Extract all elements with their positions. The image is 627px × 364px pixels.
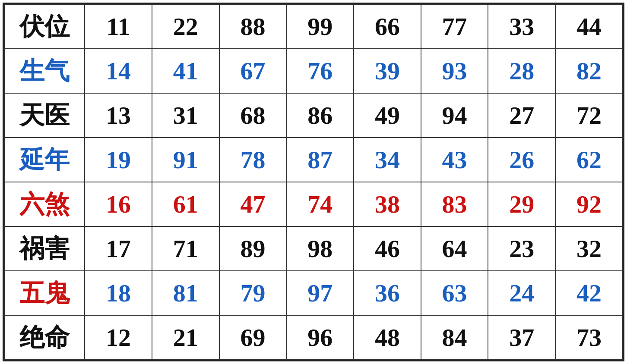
table-cell: 29 — [488, 182, 555, 226]
table-row: 生气1441677639932882 — [4, 49, 623, 93]
table-cell: 13 — [85, 93, 152, 138]
table-cell: 31 — [152, 93, 219, 138]
table-cell: 17 — [85, 226, 152, 271]
table-cell: 47 — [219, 182, 287, 226]
table-cell: 19 — [85, 138, 152, 182]
table-cell: 76 — [286, 49, 354, 93]
table-cell: 33 — [488, 4, 555, 49]
table-cell: 48 — [354, 315, 421, 360]
table-cell: 26 — [488, 138, 555, 182]
data-table: 伏位1122889966773344生气1441677639932882天医13… — [4, 4, 623, 360]
table-cell: 16 — [85, 182, 152, 226]
table-cell: 94 — [421, 93, 488, 138]
row-label: 伏位 — [4, 4, 85, 49]
table-row: 伏位1122889966773344 — [4, 4, 623, 49]
table-cell: 39 — [354, 49, 421, 93]
table-cell: 32 — [555, 226, 623, 271]
table-cell: 34 — [354, 138, 421, 182]
table-cell: 69 — [219, 315, 287, 360]
table-cell: 67 — [219, 49, 287, 93]
table-cell: 91 — [152, 138, 219, 182]
table-cell: 63 — [421, 271, 488, 315]
table-cell: 78 — [219, 138, 287, 182]
table-cell: 77 — [421, 4, 488, 49]
main-table-container: 伏位1122889966773344生气1441677639932882天医13… — [3, 3, 624, 361]
table-row: 天医1331688649942772 — [4, 93, 623, 138]
table-cell: 18 — [85, 271, 152, 315]
row-label: 天医 — [4, 93, 85, 138]
table-cell: 82 — [555, 49, 623, 93]
table-cell: 12 — [85, 315, 152, 360]
table-cell: 42 — [555, 271, 623, 315]
table-cell: 87 — [286, 138, 354, 182]
table-cell: 74 — [286, 182, 354, 226]
table-cell: 93 — [421, 49, 488, 93]
table-cell: 28 — [488, 49, 555, 93]
table-cell: 24 — [488, 271, 555, 315]
row-label: 生气 — [4, 49, 85, 93]
table-cell: 61 — [152, 182, 219, 226]
table-cell: 71 — [152, 226, 219, 271]
table-cell: 79 — [219, 271, 287, 315]
row-label: 六煞 — [4, 182, 85, 226]
table-row: 延年1991788734432662 — [4, 138, 623, 182]
table-cell: 41 — [152, 49, 219, 93]
table-cell: 97 — [286, 271, 354, 315]
table-cell: 14 — [85, 49, 152, 93]
table-cell: 83 — [421, 182, 488, 226]
table-cell: 21 — [152, 315, 219, 360]
table-cell: 89 — [219, 226, 287, 271]
table-cell: 84 — [421, 315, 488, 360]
table-cell: 36 — [354, 271, 421, 315]
table-cell: 44 — [555, 4, 623, 49]
table-cell: 81 — [152, 271, 219, 315]
table-cell: 99 — [286, 4, 354, 49]
table-cell: 43 — [421, 138, 488, 182]
table-cell: 66 — [354, 4, 421, 49]
table-cell: 49 — [354, 93, 421, 138]
row-label: 五鬼 — [4, 271, 85, 315]
table-cell: 38 — [354, 182, 421, 226]
table-cell: 37 — [488, 315, 555, 360]
table-cell: 72 — [555, 93, 623, 138]
table-cell: 88 — [219, 4, 287, 49]
table-cell: 86 — [286, 93, 354, 138]
table-cell: 64 — [421, 226, 488, 271]
row-label: 绝命 — [4, 315, 85, 360]
table-row: 祸害1771899846642332 — [4, 226, 623, 271]
table-row: 五鬼1881799736632442 — [4, 271, 623, 315]
table-cell: 73 — [555, 315, 623, 360]
row-label: 延年 — [4, 138, 85, 182]
table-row: 六煞1661477438832992 — [4, 182, 623, 226]
table-cell: 11 — [85, 4, 152, 49]
table-cell: 96 — [286, 315, 354, 360]
table-cell: 46 — [354, 226, 421, 271]
table-cell: 68 — [219, 93, 287, 138]
table-cell: 23 — [488, 226, 555, 271]
table-cell: 27 — [488, 93, 555, 138]
row-label: 祸害 — [4, 226, 85, 271]
table-row: 绝命1221699648843773 — [4, 315, 623, 360]
table-cell: 92 — [555, 182, 623, 226]
table-cell: 98 — [286, 226, 354, 271]
table-cell: 22 — [152, 4, 219, 49]
table-cell: 62 — [555, 138, 623, 182]
